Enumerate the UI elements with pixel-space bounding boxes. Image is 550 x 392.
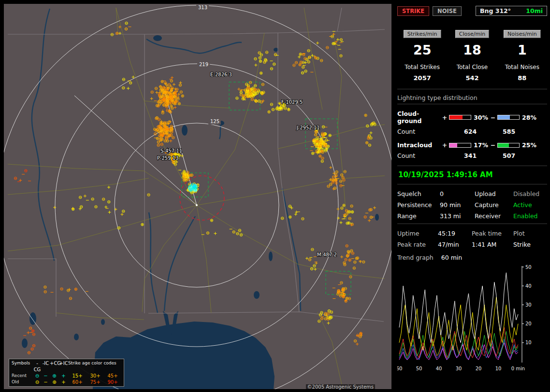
capture-status: Active: [513, 201, 546, 209]
persistence-value: 90 min: [440, 201, 475, 209]
pos-ic-old-icon: +: [59, 379, 68, 385]
cloud-ground-row: Cloud-ground + 30% − 28%: [397, 110, 547, 125]
cg-positive-count: 624: [442, 128, 490, 135]
minus-sign: −: [490, 114, 496, 121]
ic-positive-pct: 17%: [473, 141, 490, 149]
svg-text:50: 50: [416, 366, 422, 371]
lightning-map[interactable]: 125219313E-2826 3F-1029 5J-2952 11S-457 …: [4, 4, 391, 389]
svg-text:60: 60: [397, 366, 402, 371]
svg-text:50: 50: [525, 265, 532, 270]
bearing-distance: 10mi: [526, 7, 543, 14]
age-30: 30+: [87, 373, 104, 379]
total-close-value: 542: [447, 74, 497, 82]
range-label: Range: [397, 212, 440, 220]
squelch-label: Squelch: [397, 190, 440, 197]
neg-cg-recent-icon: ⊖: [33, 373, 42, 379]
mode-toolbar: STRIKE NOISE Bng 312° 10mi: [397, 6, 547, 16]
age-75: 75+: [87, 379, 104, 385]
ic-positive-count: 341: [442, 152, 490, 159]
strikes-per-min-value: 25: [397, 42, 447, 57]
neg-cg-old-icon: ⊖: [33, 379, 42, 385]
svg-text:125: 125: [210, 119, 219, 124]
peak-time-label: Peak time: [472, 230, 513, 237]
svg-text:M-487 2: M-487 2: [317, 252, 337, 257]
divider: [397, 89, 547, 89]
svg-text:40: 40: [436, 366, 442, 371]
cg-negative-bar: [497, 115, 520, 120]
cg-positive-bar: [449, 115, 471, 120]
noises-per-min-value: 1: [497, 42, 547, 57]
radar-map-area[interactable]: 125219313E-2826 3F-1029 5J-2952 11S-457 …: [4, 4, 391, 389]
total-strikes-label: Total Strikes: [397, 64, 447, 70]
legend-age-title: Strike age color codes: [68, 360, 121, 373]
plus-sign: +: [442, 114, 448, 121]
ic-count-label: Count: [397, 152, 442, 159]
trend-graph-label: Trend graph: [397, 254, 434, 261]
noise-mode-button[interactable]: NOISE: [433, 6, 462, 16]
noises-per-min-label: Noises/min: [504, 30, 541, 38]
ic-negative-bar: [497, 143, 520, 148]
svg-text:219: 219: [199, 62, 208, 67]
total-strikes-value: 2057: [397, 74, 447, 82]
intracloud-label: Intracloud: [397, 141, 442, 149]
upload-status: Disabled: [513, 190, 546, 197]
pos-cg-old-icon: ⊕: [50, 379, 59, 385]
minus-sign: −: [490, 141, 496, 149]
svg-text:30: 30: [525, 302, 532, 308]
intracloud-row: Intracloud + 17% − 25%: [397, 141, 547, 149]
ic-negative-count: 507: [490, 152, 515, 159]
persistence-label: Persistence: [397, 201, 440, 209]
cloud-ground-counts: Count 624 585: [397, 128, 547, 135]
plot-value: Strike: [513, 241, 544, 248]
map-legend: Symbols -CG -IC +CG +IC Strike age color…: [9, 359, 124, 387]
svg-text:30: 30: [456, 366, 462, 371]
uptime-label: Uptime: [397, 230, 438, 237]
strike-mode-button[interactable]: STRIKE: [397, 6, 429, 16]
svg-text:40: 40: [525, 283, 532, 289]
legend-row-recent-label: Recent: [12, 373, 33, 379]
intracloud-counts: Count 341 507: [397, 152, 547, 159]
close-per-min-column: Close/min 18 Total Close 542: [447, 28, 497, 82]
svg-text:S-457 11: S-457 11: [160, 148, 182, 154]
noises-per-min-column: Noises/min 1 Total Noises 88: [497, 28, 547, 82]
receiver-status: Enabled: [513, 212, 546, 220]
cg-negative-count: 585: [490, 128, 515, 135]
age-90: 90+: [104, 379, 121, 385]
peak-time-value: 1:41 AM: [472, 241, 513, 248]
status-sidebar: STRIKE NOISE Bng 312° 10mi Strikes/min 2…: [393, 0, 550, 392]
total-noises-value: 88: [497, 74, 547, 82]
age-45: 45+: [104, 373, 121, 379]
trend-graph-chart: 50403020106050403020100 min: [397, 264, 548, 379]
svg-text:20: 20: [476, 366, 482, 371]
cloud-ground-label: Cloud-ground: [397, 110, 442, 125]
peak-rate-label: Peak rate: [397, 241, 438, 248]
legend-row-old-label: Old: [12, 379, 33, 385]
rate-counters: Strikes/min 25 Total Strikes 2057 Close/…: [397, 28, 547, 82]
pos-cg-recent-icon: ⊕: [50, 373, 59, 379]
trend-graph-header: Trend graph 60 min: [397, 254, 547, 261]
ic-negative-pct: 25%: [521, 141, 538, 149]
receiver-label: Receiver: [475, 212, 513, 220]
svg-text:F-1029 5: F-1029 5: [281, 99, 303, 105]
cg-count-label: Count: [397, 128, 442, 135]
bearing-readout[interactable]: Bng 312° 10mi: [476, 6, 547, 16]
squelch-value: 0: [440, 190, 475, 197]
svg-text:10: 10: [525, 340, 532, 345]
plus-sign: +: [442, 141, 448, 149]
range-value: 313 mi: [440, 212, 475, 220]
distribution-title: Lightning type distribution: [397, 94, 547, 104]
cg-negative-pct: 28%: [521, 114, 538, 121]
total-close-label: Total Close: [447, 64, 497, 70]
upload-label: Upload: [475, 190, 513, 197]
copyright-text: ©2005 Astrogenic Systems: [306, 384, 375, 390]
close-per-min-label: Close/min: [455, 30, 489, 38]
svg-text:20: 20: [525, 321, 532, 326]
age-15: 15+: [68, 373, 87, 379]
bearing-value: Bng 312°: [480, 7, 511, 14]
legend-col-neg-cg: -CG: [33, 360, 42, 373]
strikes-per-min-column: Strikes/min 25 Total Strikes 2057: [397, 28, 447, 82]
session-grid: Uptime 45:19 Peak time Plot Peak rate 47…: [397, 224, 547, 248]
legend-symbols-label: Symbols: [12, 360, 33, 373]
system-clock: 10/19/2025 1:49:16 AM: [397, 166, 547, 184]
svg-text:P-259 13: P-259 13: [157, 155, 178, 161]
